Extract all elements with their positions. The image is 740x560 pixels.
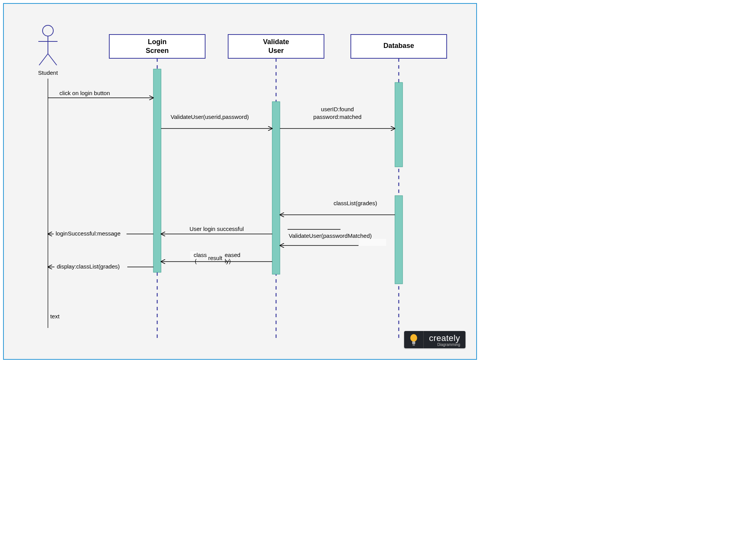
msg-userid-found: userID:found [321,106,354,112]
msg-class-frag-a: class [194,252,207,258]
msg-validate-return: ValidateUser(passwordMatched) [289,232,372,239]
activation-validate [272,102,280,274]
logo-brand: creately [429,333,460,343]
msg-display-classlist: display:classList(grades) [57,263,120,270]
msg-class-frag-e: ly) [225,258,231,264]
msg-class-frag-c: result [208,255,223,261]
login-label-2: Screen [146,47,169,54]
sequence-diagram: Student text Login Screen Validate User … [12,12,470,353]
svg-line-3 [39,54,48,65]
msg-classlist: classList(grades) [334,200,377,206]
actor-lifetext: text [50,313,60,320]
msg-validateuser: ValidateUser(userid,password) [171,114,249,120]
svg-rect-17 [412,341,415,344]
svg-point-16 [410,334,417,342]
creately-logo: creately Diagramming [404,331,465,348]
svg-line-4 [48,54,57,65]
validate-label-1: Validate [263,38,289,46]
activation-db-1 [395,82,403,167]
lightbulb-icon [404,331,424,348]
msg-login-success: User login successful [189,226,244,232]
lifeline-validate: Validate User [228,35,324,341]
activation-db-2 [395,196,403,284]
validate-label-2: User [268,47,284,54]
svg-rect-12 [359,239,386,246]
msg-password-matched: password:matched [313,114,362,120]
svg-rect-18 [413,344,415,346]
msg-class-frag-b: ( [195,258,197,264]
login-label-1: Login [148,38,167,46]
msg-login-msg: loginSuccessful:message [56,230,120,237]
actor-student: Student text [38,25,60,328]
msg-class-frag-d: eased [225,252,240,258]
activation-login [153,69,161,272]
database-label: Database [383,42,414,49]
svg-point-0 [43,25,53,36]
msg-click-login: click on login button [59,90,110,96]
lifeline-login: Login Screen [109,35,205,341]
lifeline-database: Database [351,35,447,341]
actor-label: Student [38,69,58,76]
diagram-canvas: Student text Login Screen Validate User … [3,3,477,360]
